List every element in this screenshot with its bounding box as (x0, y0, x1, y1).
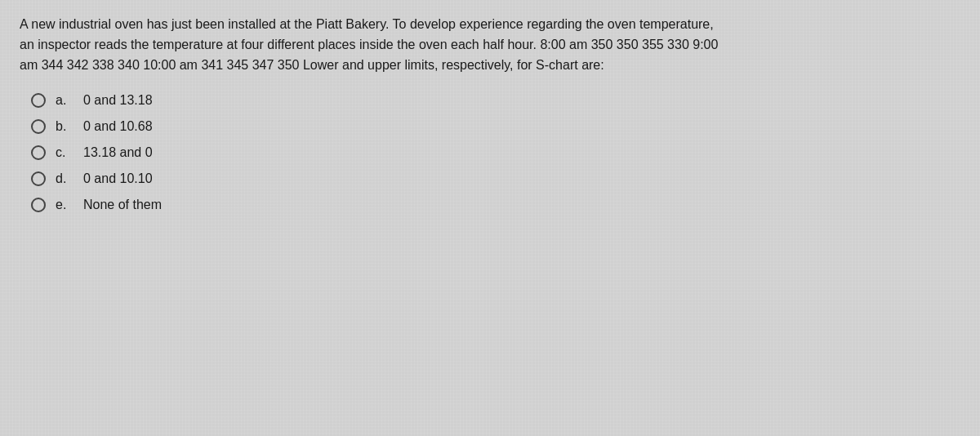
option-label-e: e. (56, 198, 74, 212)
options-list: a.0 and 13.18b.0 and 10.68c.13.18 and 0d… (20, 93, 960, 212)
option-item-c[interactable]: c.13.18 and 0 (31, 145, 960, 160)
option-item-b[interactable]: b.0 and 10.68 (31, 119, 960, 134)
option-text-a: 0 and 13.18 (83, 93, 153, 108)
radio-a[interactable] (31, 93, 46, 108)
radio-d[interactable] (31, 171, 46, 186)
radio-b[interactable] (31, 119, 46, 134)
option-text-b: 0 and 10.68 (83, 119, 153, 134)
option-item-a[interactable]: a.0 and 13.18 (31, 93, 960, 108)
option-label-d: d. (56, 171, 74, 186)
question-text: A new industrial oven has just been inst… (20, 15, 722, 75)
option-label-b: b. (56, 119, 74, 134)
option-item-e[interactable]: e.None of them (31, 198, 960, 212)
option-label-c: c. (56, 145, 74, 160)
radio-e[interactable] (31, 198, 46, 212)
radio-c[interactable] (31, 145, 46, 160)
option-text-c: 13.18 and 0 (83, 145, 153, 160)
option-text-d: 0 and 10.10 (83, 171, 153, 186)
option-text-e: None of them (83, 198, 162, 212)
page-container: A new industrial oven has just been inst… (0, 0, 980, 436)
option-item-d[interactable]: d.0 and 10.10 (31, 171, 960, 186)
option-label-a: a. (56, 93, 74, 108)
